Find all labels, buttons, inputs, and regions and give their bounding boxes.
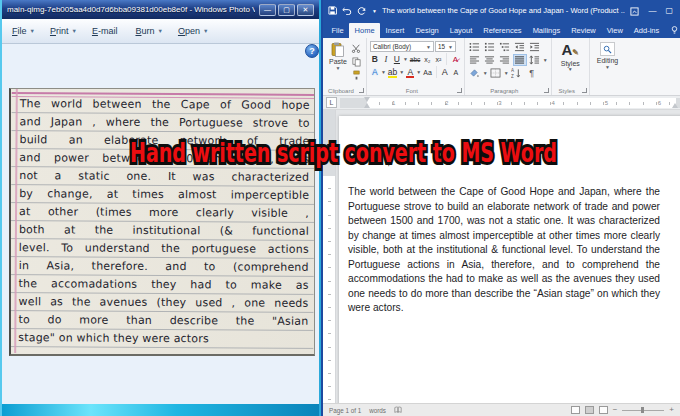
- web-layout-button[interactable]: [599, 406, 608, 414]
- zoom-out-icon[interactable]: −: [613, 406, 618, 414]
- menu-item[interactable]: File ▼: [12, 26, 35, 36]
- bold-button[interactable]: B: [370, 53, 380, 65]
- chevron-down-icon: ▼: [403, 57, 408, 61]
- decrease-indent-button[interactable]: [513, 41, 527, 53]
- shrink-font-button[interactable]: A: [451, 66, 461, 78]
- first-line-indent-marker[interactable]: [364, 97, 370, 102]
- menu-item[interactable]: Burn ▼: [135, 26, 162, 36]
- redo-button[interactable]: [357, 6, 367, 16]
- minimize-button[interactable]: —: [259, 4, 276, 16]
- subscript-button[interactable]: x₂: [422, 53, 432, 65]
- underline-button[interactable]: U: [392, 53, 402, 65]
- align-left-button[interactable]: [468, 54, 482, 66]
- menu-item-label: Print: [50, 26, 69, 36]
- chevron-down-icon: ▼: [203, 28, 208, 34]
- qat-customize-icon[interactable]: ▼: [372, 6, 377, 16]
- horizontal-ruler[interactable]: 123456: [340, 98, 680, 108]
- chevron-down-icon: ▼: [381, 70, 386, 74]
- highlight-button[interactable]: ab: [387, 66, 398, 78]
- font-dialog-launcher[interactable]: [457, 88, 462, 93]
- clear-formatting-button[interactable]: A̷: [450, 53, 460, 65]
- cut-button[interactable]: [350, 43, 363, 54]
- chevron-down-icon: ▼: [605, 65, 610, 69]
- superscript-button[interactable]: x²: [433, 53, 443, 65]
- strikethrough-button[interactable]: abc: [409, 53, 421, 65]
- font-size-select[interactable]: 15 ▼: [435, 41, 456, 52]
- line-spacing-button[interactable]: [528, 54, 542, 66]
- maximize-button[interactable]: ▢: [278, 4, 295, 16]
- zoom-slider[interactable]: [622, 410, 664, 411]
- minimize-button[interactable]: —: [648, 6, 656, 16]
- handwriting-line: The world between the Cape of Good hope: [20, 95, 310, 115]
- menu-item-label: File: [12, 26, 27, 36]
- undo-button[interactable]: [342, 6, 352, 15]
- ribbon-tab[interactable]: Mailings: [527, 23, 566, 38]
- help-icon[interactable]: ?: [305, 44, 319, 58]
- align-center-button[interactable]: [483, 54, 497, 66]
- ribbon-tab[interactable]: Insert: [380, 23, 410, 38]
- styles-dialog-launcher[interactable]: [582, 88, 587, 93]
- borders-button[interactable]: [489, 67, 503, 79]
- read-mode-button[interactable]: [571, 406, 580, 414]
- photo-viewer-bottom-frame: [2, 404, 319, 416]
- hanging-indent-marker[interactable]: [364, 103, 370, 108]
- justify-button[interactable]: [513, 54, 527, 66]
- menu-item[interactable]: Open ▼: [178, 26, 209, 36]
- clipboard-dialog-launcher[interactable]: [359, 88, 364, 93]
- font-name-select[interactable]: Calibri (Body) ▼: [370, 41, 434, 52]
- tell-me-box[interactable]: Tell me...: [671, 26, 680, 38]
- ribbon-tab[interactable]: References: [478, 23, 527, 38]
- text-effects-button[interactable]: A: [370, 66, 380, 78]
- close-button[interactable]: ✕: [297, 4, 314, 16]
- zoom-in-icon[interactable]: +: [669, 406, 674, 414]
- clipboard-group: Paste ▼ Clipboard: [323, 38, 367, 95]
- grow-font-button[interactable]: A: [440, 66, 450, 78]
- copy-button[interactable]: [350, 56, 363, 67]
- ruler-row: L 123456: [323, 96, 680, 110]
- paste-button[interactable]: Paste ▼: [326, 41, 350, 84]
- ribbon-tab[interactable]: Home: [349, 23, 380, 38]
- word-count[interactable]: words: [369, 407, 386, 414]
- ribbon-tab[interactable]: Design: [410, 23, 444, 38]
- ribbon-tab[interactable]: File: [326, 23, 349, 38]
- shading-button[interactable]: [468, 67, 482, 79]
- chevron-down-icon: ▼: [568, 67, 573, 71]
- save-button[interactable]: [328, 6, 337, 15]
- styles-group-label: Styles: [552, 88, 582, 94]
- format-painter-button[interactable]: [350, 69, 363, 80]
- align-right-button[interactable]: [498, 54, 512, 66]
- right-indent-marker[interactable]: [672, 103, 678, 108]
- handwriting-line: well as the avenues (they used , one nee…: [18, 293, 308, 313]
- ribbon-tab[interactable]: Review: [566, 23, 602, 38]
- styles-button[interactable]: A✎ Styles ▼: [555, 41, 586, 72]
- photo-viewer-title: main-qimg-7eb005aa4d0d7d6bba09381d00eb8e…: [7, 5, 255, 14]
- separator: [436, 66, 437, 78]
- print-layout-button[interactable]: [585, 406, 594, 414]
- photo-viewer-menubar: File ▼ Print ▼ E-mail Burn ▼ Open ▼: [2, 19, 319, 44]
- document-text[interactable]: The world between the Cape of Good Hope …: [348, 185, 660, 316]
- maximize-button[interactable]: ▢: [665, 6, 673, 16]
- show-hide-pilcrow-button[interactable]: ¶: [525, 67, 539, 79]
- numbering-button[interactable]: [483, 41, 497, 53]
- multilevel-list-button[interactable]: [498, 41, 512, 53]
- italic-button[interactable]: I: [381, 53, 391, 65]
- bullets-button[interactable]: [468, 41, 482, 53]
- change-case-button[interactable]: Aa: [422, 66, 433, 78]
- ribbon-display-options-icon[interactable]: [630, 2, 639, 20]
- ribbon-tab[interactable]: View: [601, 23, 628, 38]
- editing-button[interactable]: Editing ▼: [593, 41, 622, 70]
- ribbon-tab[interactable]: Add-ins: [628, 23, 664, 38]
- paragraph-group-label: Paragraph: [465, 88, 544, 94]
- page-indicator[interactable]: Page 1 of 1: [329, 407, 361, 414]
- paragraph-dialog-launcher[interactable]: [544, 88, 549, 93]
- sort-button[interactable]: AZ: [510, 67, 524, 79]
- menu-item[interactable]: E-mail: [92, 26, 121, 36]
- ribbon: Paste ▼ Clipboard Calibri (Body) ▼: [323, 38, 680, 96]
- menu-item[interactable]: Print ▼: [50, 26, 77, 36]
- proofing-book-icon[interactable]: [394, 406, 402, 414]
- ribbon-tab[interactable]: Layout: [444, 23, 478, 38]
- tab-selector[interactable]: L: [326, 97, 337, 108]
- chevron-down-icon: ▼: [448, 45, 453, 49]
- increase-indent-button[interactable]: [528, 41, 542, 53]
- font-color-button[interactable]: A: [405, 66, 415, 78]
